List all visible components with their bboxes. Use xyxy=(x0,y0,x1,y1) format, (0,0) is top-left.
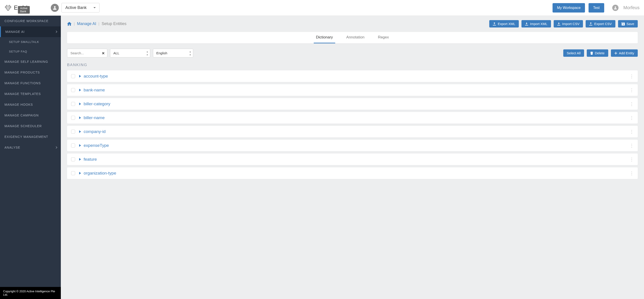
select-value: English xyxy=(156,51,167,55)
kebab-menu-icon[interactable]: ⋮ xyxy=(630,115,634,120)
entity-name[interactable]: bank-name xyxy=(84,88,105,92)
sidebar-item-manage-templates[interactable]: MANAGE TEMPLATES xyxy=(0,88,61,99)
sidebar-item-label: MANAGE CAMPAIGN xyxy=(4,113,39,117)
chevron-right-icon xyxy=(56,146,57,149)
entity-name[interactable]: biller-name xyxy=(84,115,105,120)
entity-row: biller-name ⋮ xyxy=(67,112,638,124)
user-area[interactable]: Morfeus xyxy=(612,5,640,11)
button-label: Export XML xyxy=(498,22,515,26)
topbar-right: My Workspace Test Morfeus xyxy=(552,3,640,12)
kebab-menu-icon[interactable]: ⋮ xyxy=(630,157,634,162)
button-label: Save xyxy=(626,22,634,26)
plus-icon xyxy=(614,52,617,54)
expand-icon[interactable] xyxy=(79,75,81,77)
kebab-menu-icon[interactable]: ⋮ xyxy=(630,143,634,148)
upload-icon xyxy=(589,22,592,25)
export-xml-button[interactable]: Export XML xyxy=(489,20,519,27)
expand-icon[interactable] xyxy=(79,172,81,175)
sidebar-item-configure-workspace[interactable]: CONFIGURE WORKSPACE xyxy=(0,16,61,26)
svg-point-4 xyxy=(54,6,56,7)
entity-checkbox[interactable] xyxy=(71,171,75,175)
import-csv-button[interactable]: Import CSV xyxy=(554,20,583,27)
kebab-menu-icon[interactable]: ⋮ xyxy=(630,73,634,79)
kebab-menu-icon[interactable]: ⋮ xyxy=(630,171,634,176)
sidebar-item-label: MANAGE SCHEDULER xyxy=(4,124,42,128)
entity-row: expenseType ⋮ xyxy=(67,140,638,151)
entity-name[interactable]: feature xyxy=(84,157,97,162)
entity-checkbox[interactable] xyxy=(71,74,75,78)
type-select[interactable]: ALL ▾▴ xyxy=(110,49,150,57)
username: Morfeus xyxy=(624,5,640,10)
entity-checkbox[interactable] xyxy=(71,116,75,120)
save-button[interactable]: Save xyxy=(618,20,638,27)
sidebar-item-label: MANAGE PRODUCTS xyxy=(4,71,40,74)
sidebar-subitem-setup-smalltalk[interactable]: SETUP SMALLTALK xyxy=(0,37,61,47)
entity-checkbox[interactable] xyxy=(71,130,75,134)
sidebar-item-label: MANAGE TEMPLATES xyxy=(4,92,41,96)
my-workspace-button[interactable]: My Workspace xyxy=(552,3,585,12)
sidebar-item-exigency-management[interactable]: EXIGENCY MANAGEMENT xyxy=(0,131,61,142)
select-all-button[interactable]: Select All xyxy=(563,49,584,57)
kebab-menu-icon[interactable]: ⋮ xyxy=(630,87,634,93)
test-button[interactable]: Test xyxy=(588,3,604,12)
brain-icon xyxy=(4,4,14,11)
sidebar-item-manage-ai[interactable]: MANAGE AI xyxy=(0,26,61,37)
sidebar-subitem-label: SETUP SMALLTALK xyxy=(9,40,39,43)
search-box: ✕ xyxy=(67,49,107,57)
entity-checkbox[interactable] xyxy=(71,88,75,92)
kebab-menu-icon[interactable]: ⋮ xyxy=(630,101,634,107)
tab-dictionary[interactable]: Dictionary xyxy=(314,32,335,43)
entity-checkbox[interactable] xyxy=(71,143,75,147)
sidebar-item-label: MANAGE AI xyxy=(5,30,24,33)
user-avatar-icon xyxy=(612,5,618,11)
expand-icon[interactable] xyxy=(79,116,81,119)
entity-checkbox[interactable] xyxy=(71,157,75,161)
tab-annotation[interactable]: Annotation xyxy=(344,32,367,43)
sidebar-item-manage-products[interactable]: MANAGE PRODUCTS xyxy=(0,67,61,78)
sidebar-item-label: EXIGENCY MANAGEMENT xyxy=(4,135,48,139)
expand-icon[interactable] xyxy=(79,130,81,133)
save-icon xyxy=(622,22,625,25)
expand-icon[interactable] xyxy=(79,144,81,147)
home-icon[interactable] xyxy=(67,22,72,26)
import-xml-button[interactable]: Import XML xyxy=(522,20,551,27)
breadcrumb-sep: | xyxy=(74,22,75,26)
sidebar-item-manage-hooks[interactable]: MANAGE HOOKS xyxy=(0,99,61,110)
sidebar-item-manage-functions[interactable]: MANAGE FUNCTIONS xyxy=(0,78,61,88)
sidebar-item-manage-scheduler[interactable]: MANAGE SCHEDULER xyxy=(0,121,61,131)
button-label: Import XML xyxy=(530,22,548,26)
breadcrumb-manage-ai[interactable]: Manage AI xyxy=(77,21,96,26)
breadcrumb: | Manage AI | Setup Entities Export XML … xyxy=(61,16,644,32)
sidebar-item-analyse[interactable]: ANALYSE xyxy=(0,142,61,153)
chevron-right-icon xyxy=(56,31,57,33)
select-caret-icon: ▾▴ xyxy=(190,51,191,56)
kebab-menu-icon[interactable]: ⋮ xyxy=(630,129,634,134)
entity-name[interactable]: biller-category xyxy=(84,101,110,106)
search-input[interactable] xyxy=(67,49,107,57)
add-entity-button[interactable]: Add Entity xyxy=(611,49,638,57)
trash-icon xyxy=(590,52,593,55)
logo-area: E.AI Active Bank xyxy=(4,4,28,11)
expand-icon[interactable] xyxy=(79,89,81,91)
delete-button[interactable]: Delete xyxy=(587,49,608,57)
svg-point-0 xyxy=(7,6,7,6)
entity-name[interactable]: company-id xyxy=(84,129,106,134)
export-csv-button[interactable]: Export CSV xyxy=(586,20,615,27)
sidebar-item-label: MANAGE SELF LEARNING xyxy=(4,60,48,63)
entity-name[interactable]: organization-type xyxy=(84,171,116,176)
expand-icon[interactable] xyxy=(79,103,81,105)
sidebar-item-manage-campaign[interactable]: MANAGE CAMPAIGN xyxy=(0,110,61,121)
sidebar-subitem-setup-faq[interactable]: SETUP FAQ xyxy=(0,47,61,56)
workspace-dropdown[interactable]: Active Bank xyxy=(62,3,100,12)
language-select[interactable]: English ▾▴ xyxy=(153,49,193,57)
tab-regex[interactable]: Regex xyxy=(376,32,391,43)
sidebar: CONFIGURE WORKSPACE MANAGE AI SETUP SMAL… xyxy=(0,16,61,299)
entity-name[interactable]: expenseType xyxy=(84,143,109,148)
entity-row: biller-category ⋮ xyxy=(67,98,638,110)
entity-checkbox[interactable] xyxy=(71,102,75,106)
sidebar-item-label: MANAGE HOOKS xyxy=(4,103,33,106)
expand-icon[interactable] xyxy=(79,158,81,161)
entity-name[interactable]: account-type xyxy=(84,74,108,79)
clear-icon[interactable]: ✕ xyxy=(102,51,105,55)
sidebar-item-manage-self-learning[interactable]: MANAGE SELF LEARNING xyxy=(0,56,61,67)
